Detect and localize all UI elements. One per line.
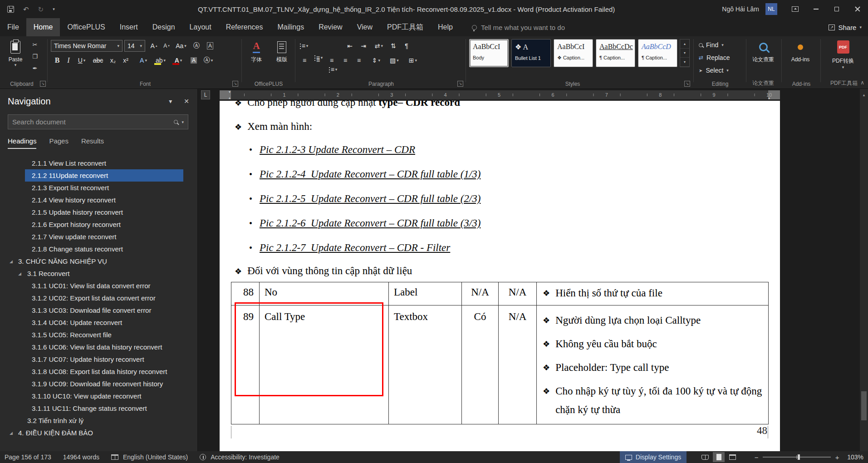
nav-item[interactable]: 2.1.5 Update history reconvert xyxy=(0,206,197,218)
web-layout-button[interactable] xyxy=(726,452,738,462)
tab-stop-selector[interactable]: L xyxy=(201,90,210,99)
ribbon-tab-home[interactable]: Home xyxy=(26,18,60,36)
ribbon-tab-layout[interactable]: Layout xyxy=(182,18,219,36)
nav-item[interactable]: 3.1.11 UC11: Change status reconvert xyxy=(0,402,197,414)
doc-link[interactable]: Pic 2.1.2-5 Update Reconvert – CDR full … xyxy=(260,193,481,205)
increase-indent-button[interactable]: ⇥ xyxy=(358,40,369,52)
superscript-button[interactable]: x² xyxy=(120,54,132,66)
save-icon[interactable] xyxy=(7,6,14,13)
navigation-options-chevron-icon[interactable]: ▾ xyxy=(169,98,172,105)
align-center-button[interactable]: ≡ xyxy=(312,54,324,66)
nav-item[interactable]: 3.1.1 UC01: View list data convert error xyxy=(0,280,197,292)
nav-tab-pages[interactable]: Pages xyxy=(49,137,69,149)
scroll-up-arrow[interactable]: ▴ xyxy=(860,89,868,101)
nav-tab-headings[interactable]: Headings xyxy=(8,137,36,149)
ribbon-tab-mailings[interactable]: Mailings xyxy=(270,18,311,36)
line-spacing-button[interactable]: ⇕▾ xyxy=(368,54,384,66)
copy-button[interactable]: ❐ xyxy=(29,51,41,62)
sort-button[interactable]: ⇅ xyxy=(387,40,399,52)
style-item[interactable]: AaBbCcDc¶ Caption... xyxy=(596,39,635,67)
customize-qat-chevron-icon[interactable]: ▾ xyxy=(53,7,55,11)
font-color-button[interactable]: A▾ xyxy=(171,54,186,66)
vertical-scrollbar[interactable] xyxy=(860,101,868,451)
first-line-indent-marker[interactable]: ▾ xyxy=(229,90,230,94)
display-settings-button[interactable]: Display Settings xyxy=(620,451,687,463)
navigation-close-icon[interactable]: ✕ xyxy=(184,98,189,105)
nav-item[interactable]: 2.1.3 Export list reconvert xyxy=(0,182,197,194)
ribbon-tab-officeplus[interactable]: OfficePLUS xyxy=(60,18,112,36)
ribbon-tab-pdf工具箱[interactable]: PDF工具箱 xyxy=(380,18,431,36)
doc-link[interactable]: Pic 2.1.2-4 Update Reconvert – CDR full … xyxy=(260,168,481,180)
bold-button[interactable]: B xyxy=(52,54,63,66)
doc-link[interactable]: Pic 2.1.2-3 Update Reconvert – CDR xyxy=(260,144,415,156)
phonetic-guide-button[interactable]: Ⓐ xyxy=(191,40,202,52)
replace-button[interactable]: ⇄ Replace xyxy=(699,52,730,64)
cut-button[interactable]: ✂ xyxy=(29,39,41,50)
zoom-slider[interactable] xyxy=(763,457,831,458)
italic-button[interactable]: I xyxy=(64,54,74,66)
nav-item[interactable]: 2.1.1 View List reconvert xyxy=(0,157,197,169)
subscript-button[interactable]: x₂ xyxy=(107,54,119,66)
styles-dialog-launcher[interactable]: ↘ xyxy=(684,81,690,87)
nav-item[interactable]: 3.1.4 UC04: Update reconvert xyxy=(0,316,197,329)
zoom-out-button[interactable]: − xyxy=(752,453,761,461)
format-painter-button[interactable]: ✒ xyxy=(29,63,41,74)
decrease-indent-button[interactable]: ⇤ xyxy=(344,40,356,52)
nav-item[interactable]: 3.1.8 UC08: Export list data history rec… xyxy=(0,365,197,378)
share-button[interactable]: ↗ Share ▾ xyxy=(829,24,862,31)
style-item[interactable]: AaBbCcD¶ Caption... xyxy=(638,39,677,67)
minimize-button[interactable] xyxy=(805,0,826,18)
styles-scroll-down-icon[interactable]: ▾ xyxy=(680,49,689,58)
nav-item[interactable]: 3.1.5 UC05: Reconvert file xyxy=(0,329,197,341)
nav-item[interactable]: 3.1.10 UC10: View update reconvert xyxy=(0,390,197,402)
accessibility-status[interactable]: Accessibility: Investigate xyxy=(211,453,280,461)
nav-item[interactable]: 3.2 Tiến trình xử lý xyxy=(0,414,197,427)
tell-me-box[interactable]: Tell me what you want to do xyxy=(472,24,565,31)
select-button[interactable]: ➤ Select ▾ xyxy=(699,64,729,76)
nav-item[interactable]: 3.1.7 UC07: Update history reconvert xyxy=(0,353,197,365)
input-language-badge[interactable]: NL xyxy=(765,3,777,15)
ribbon-display-options-button[interactable] xyxy=(785,0,805,18)
nav-item[interactable]: 2.1.7 View update reconvert xyxy=(0,231,197,243)
zoom-slider-thumb[interactable] xyxy=(798,454,800,460)
ribbon-tab-review[interactable]: Review xyxy=(311,18,349,36)
pdf-convert-button[interactable]: PDF PDF转换 ▾ xyxy=(825,38,861,80)
bullet-list-button[interactable]: ≡▾ xyxy=(299,40,311,52)
nav-item[interactable]: 3.1.2 UC02: Export list data convert err… xyxy=(0,292,197,304)
language-status[interactable]: English (United States) xyxy=(123,453,188,461)
highlight-button[interactable]: ab▾ xyxy=(152,54,169,66)
ribbon-tab-design[interactable]: Design xyxy=(145,18,182,36)
nav-item[interactable]: ◢3. CHỨC NĂNG NGHIỆP VỤ xyxy=(0,255,197,267)
maximize-button[interactable] xyxy=(826,0,847,18)
grow-font-button[interactable]: A▴ xyxy=(148,40,160,52)
officeplus-font-button[interactable]: A 字体 xyxy=(245,38,268,80)
style-item[interactable]: ❖ ABullet List 1 xyxy=(511,39,551,67)
asian-layout-button[interactable]: ⇄▾ xyxy=(372,40,386,52)
styles-scroll-up-icon[interactable]: ▴ xyxy=(680,39,689,49)
search-input[interactable] xyxy=(12,118,170,126)
clipboard-dialog-launcher[interactable]: ↘ xyxy=(40,81,46,87)
add-ins-button[interactable]: Add-ins xyxy=(785,38,816,80)
nav-item[interactable]: 2.1.6 Export history reconvert xyxy=(0,218,197,231)
find-button[interactable]: Find ▾ xyxy=(699,39,724,51)
nav-item[interactable]: 3.1.6 UC06: View list data history recon… xyxy=(0,341,197,353)
page-info[interactable]: Page 156 of 173 xyxy=(5,453,51,461)
zoom-level[interactable]: 103% xyxy=(847,453,863,461)
accessibility-icon[interactable] xyxy=(200,454,206,460)
nav-tab-results[interactable]: Results xyxy=(81,137,104,149)
font-name-combobox[interactable]: Times New Romar ▾ xyxy=(51,40,123,52)
ribbon-tab-file[interactable]: File xyxy=(0,18,26,36)
collapse-ribbon-button[interactable]: ∧ xyxy=(860,79,864,86)
style-item[interactable]: AaBbCcIBody xyxy=(469,39,509,67)
justify-button[interactable]: ≡ xyxy=(339,54,351,66)
read-mode-button[interactable] xyxy=(699,452,711,462)
search-options-chevron-icon[interactable]: ▾ xyxy=(181,120,184,124)
hanging-indent-marker[interactable]: ▴ xyxy=(229,96,230,100)
document-page[interactable]: ❖Cho phép người dùng cập nhật type– CDR … xyxy=(220,101,780,451)
scrollbar-thumb[interactable] xyxy=(861,391,867,420)
character-border-button[interactable]: A xyxy=(204,40,216,52)
nav-item[interactable]: 3.1.9 UC09: Download file reconvert hist… xyxy=(0,378,197,390)
user-name[interactable]: Ngô Hải Lâm xyxy=(722,5,759,13)
nav-item[interactable]: 2.1.4 View history reconvert xyxy=(0,194,197,206)
text-effects-button[interactable]: A▾ xyxy=(136,54,151,66)
